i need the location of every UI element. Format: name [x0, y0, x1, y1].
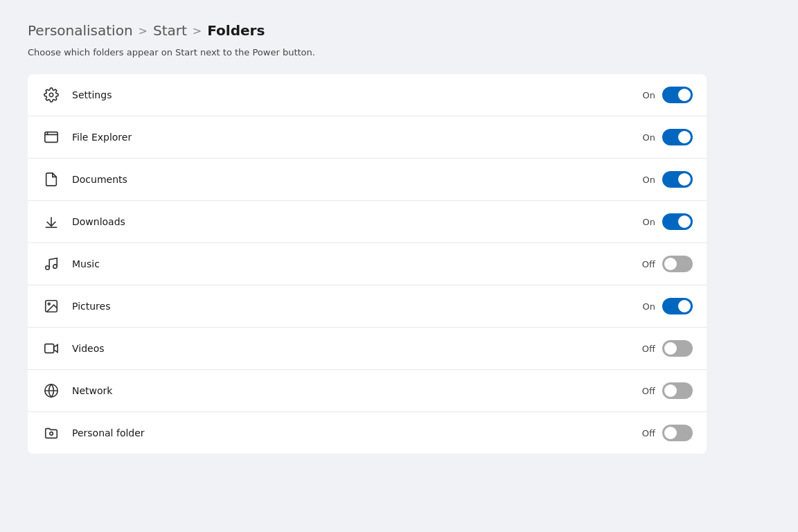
network-toggle[interactable] [662, 382, 693, 399]
personal-folder-label: Personal folder [72, 427, 628, 438]
pictures-label: Pictures [72, 301, 628, 312]
settings-row-music: Music Off [28, 243, 707, 285]
file-explorer-icon [42, 127, 61, 147]
file-explorer-label: File Explorer [72, 132, 628, 143]
music-label: Music [72, 258, 628, 269]
breadcrumb: Personalisation > Start > Folders [28, 22, 770, 39]
music-icon [42, 254, 61, 274]
settings-row-file-explorer: File Explorer On [28, 116, 707, 159]
breadcrumb-sep2: > [193, 24, 202, 37]
breadcrumb-personalisation[interactable]: Personalisation [28, 22, 133, 39]
settings-row-personal-folder: Personal folder Off [28, 412, 707, 454]
file-explorer-toggle[interactable] [662, 129, 693, 145]
settings-status: On [639, 90, 655, 100]
settings-row-downloads: Downloads On [28, 201, 707, 243]
downloads-toggle-area: On [639, 213, 693, 230]
settings-icon [42, 85, 61, 105]
svg-point-4 [53, 265, 57, 269]
videos-label: Videos [72, 343, 628, 354]
documents-toggle-area: On [639, 171, 693, 188]
settings-row-documents: Documents On [28, 159, 707, 201]
settings-toggle-area: On [639, 87, 693, 103]
settings-row-videos: Videos Off [28, 328, 707, 370]
svg-point-0 [49, 93, 53, 97]
svg-rect-1 [45, 132, 57, 143]
svg-rect-7 [45, 344, 54, 353]
breadcrumb-current: Folders [207, 22, 265, 39]
settings-label: Settings [72, 89, 628, 100]
music-toggle[interactable] [662, 256, 693, 272]
network-label: Network [72, 385, 628, 396]
personal-folder-toggle-area: Off [639, 425, 693, 441]
pictures-icon [42, 296, 61, 316]
network-toggle-area: Off [639, 382, 693, 399]
settings-list: Settings On File Explorer On [28, 74, 707, 454]
pictures-toggle-area: On [639, 298, 693, 314]
network-status: Off [639, 386, 655, 396]
videos-toggle[interactable] [662, 340, 693, 357]
videos-toggle-area: Off [639, 340, 693, 357]
documents-label: Documents [72, 174, 628, 185]
svg-point-3 [46, 266, 50, 270]
personal-folder-toggle[interactable] [662, 425, 693, 441]
file-explorer-toggle-area: On [639, 129, 693, 145]
downloads-status: On [639, 217, 655, 227]
breadcrumb-sep1: > [139, 24, 148, 37]
videos-icon [42, 339, 61, 358]
personal-folder-icon [42, 423, 61, 443]
settings-row-network: Network Off [28, 370, 707, 412]
file-explorer-status: On [639, 132, 655, 143]
personal-folder-status: Off [639, 428, 655, 438]
documents-status: On [639, 175, 655, 185]
pictures-toggle[interactable] [662, 298, 693, 314]
breadcrumb-start[interactable]: Start [153, 22, 187, 39]
settings-toggle[interactable] [662, 87, 693, 103]
settings-row-settings: Settings On [28, 74, 707, 116]
downloads-label: Downloads [72, 216, 628, 227]
downloads-icon [42, 212, 61, 231]
page-subtitle: Choose which folders appear on Start nex… [28, 47, 770, 57]
music-status: Off [639, 259, 655, 269]
music-toggle-area: Off [639, 256, 693, 272]
network-icon [42, 381, 61, 400]
svg-point-10 [50, 432, 53, 436]
downloads-toggle[interactable] [662, 213, 693, 230]
svg-point-6 [48, 303, 50, 305]
documents-icon [42, 170, 61, 189]
videos-status: Off [639, 344, 655, 354]
pictures-status: On [639, 301, 655, 312]
settings-row-pictures: Pictures On [28, 285, 707, 328]
documents-toggle[interactable] [662, 171, 693, 188]
